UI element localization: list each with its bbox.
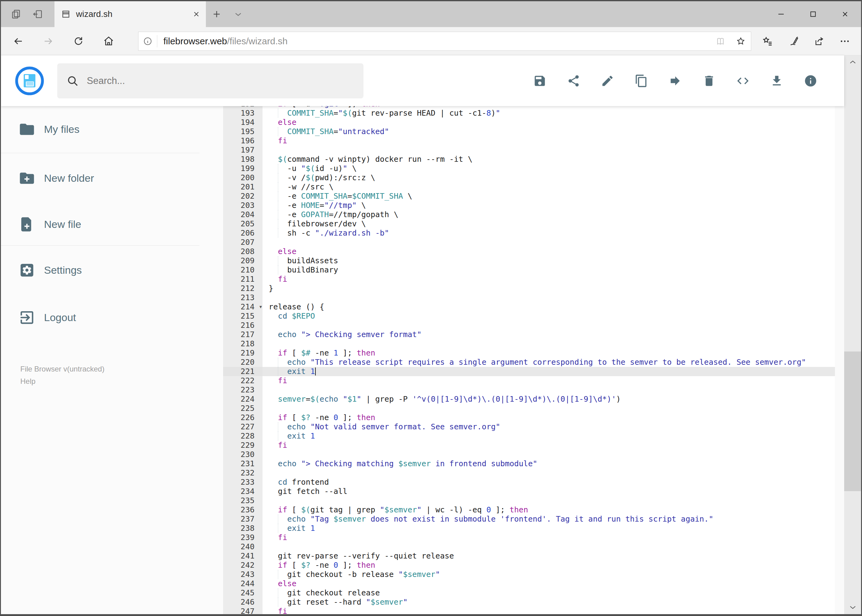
code-line[interactable]: 244 else bbox=[223, 579, 835, 588]
code-line[interactable]: 239 fi bbox=[223, 533, 835, 542]
code-line[interactable]: 233 cd frontend bbox=[223, 478, 835, 487]
back-button[interactable] bbox=[9, 32, 27, 50]
code-line[interactable]: 245 git checkout release bbox=[223, 588, 835, 597]
copy-button[interactable] bbox=[634, 74, 648, 88]
scrollbar-thumb[interactable] bbox=[844, 352, 861, 491]
search-input[interactable] bbox=[86, 75, 364, 87]
code-line[interactable]: 238 exit 1 bbox=[223, 524, 835, 533]
edit-button[interactable] bbox=[600, 74, 615, 88]
move-button[interactable] bbox=[668, 74, 682, 88]
code-line[interactable]: 223 bbox=[223, 385, 835, 394]
code-line[interactable]: 210 buildBinary bbox=[223, 266, 835, 275]
code-line[interactable]: 243 git checkout -b release "$semver" bbox=[223, 570, 835, 579]
code-line[interactable]: 215 cd $REPO bbox=[223, 311, 835, 321]
help-link[interactable]: Help bbox=[20, 375, 223, 388]
sidebar-item-new-file[interactable]: New file bbox=[1, 214, 223, 234]
code-line[interactable]: 219 if [ $# -ne 1 ]; then bbox=[223, 349, 835, 358]
close-button[interactable] bbox=[829, 1, 861, 27]
code-line[interactable]: 205 filebrowser/dev \ bbox=[223, 219, 835, 228]
code-line[interactable]: 247 fi bbox=[223, 607, 835, 614]
code-line[interactable]: 227 echo "Not valid semver format. See s… bbox=[223, 422, 835, 432]
code-line[interactable]: 226 if [ $? -ne 0 ]; then bbox=[223, 413, 835, 422]
code-line[interactable]: 235 bbox=[223, 496, 835, 505]
url-text[interactable]: filebrowser.web/files/wizard.sh bbox=[157, 36, 710, 46]
code-line[interactable]: 198 $(command -v winpty) docker run --rm… bbox=[223, 155, 835, 164]
code-line[interactable]: 196 fi bbox=[223, 136, 835, 146]
code-line[interactable]: 246 git reset --hard "$semver" bbox=[223, 597, 835, 607]
code-line[interactable]: 213 bbox=[223, 293, 835, 302]
fold-marker-icon[interactable]: ▾ bbox=[259, 302, 262, 311]
code-line[interactable]: 209 buildAssets bbox=[223, 256, 835, 266]
scroll-up-icon[interactable] bbox=[844, 55, 861, 69]
code-line[interactable]: 234 git fetch --all bbox=[223, 487, 835, 496]
code-line[interactable]: 203 -e HOME="//tmp" \ bbox=[223, 201, 835, 210]
code-line[interactable]: 194 else bbox=[223, 118, 835, 127]
tab-preview-icon[interactable] bbox=[5, 1, 27, 27]
minimize-button[interactable] bbox=[765, 1, 797, 27]
sidebar-item-my-files[interactable]: My files bbox=[1, 119, 223, 139]
filebrowser-logo-icon[interactable] bbox=[15, 66, 44, 96]
add-favorite-star-icon[interactable] bbox=[731, 36, 751, 46]
code-line[interactable]: 193 COMMIT_SHA="$(git rev-parse HEAD | c… bbox=[223, 108, 835, 118]
code-line[interactable]: 236 if [ $(git tag | grep "$semver" | wc… bbox=[223, 505, 835, 514]
code-line[interactable]: 214▾release () { bbox=[223, 302, 835, 311]
new-tab-button[interactable] bbox=[206, 1, 227, 27]
code-line[interactable]: 225 bbox=[223, 404, 835, 413]
maximize-button[interactable] bbox=[797, 1, 829, 27]
code-line[interactable]: 216 bbox=[223, 321, 835, 330]
download-button[interactable] bbox=[770, 74, 784, 88]
reading-view-icon[interactable] bbox=[710, 36, 731, 46]
sidebar-item-settings[interactable]: Settings bbox=[1, 260, 223, 280]
share-button[interactable] bbox=[567, 74, 581, 88]
code-line[interactable]: 231 echo "> Checking matching $semver in… bbox=[223, 459, 835, 468]
code-line[interactable]: 201 -w //src \ bbox=[223, 182, 835, 192]
code-line[interactable]: 206 sh -c "./wizard.sh -b" bbox=[223, 228, 835, 238]
code-line[interactable]: 202 -e COMMIT_SHA=$COMMIT_SHA \ bbox=[223, 192, 835, 201]
tab-close-icon[interactable] bbox=[192, 10, 200, 18]
code-line[interactable]: 240 bbox=[223, 542, 835, 552]
code-line[interactable]: 242 if [ $? -ne 0 ]; then bbox=[223, 561, 835, 570]
code-editor[interactable]: 192 if [ -d ".git" ]; then193 COMMIT_SHA… bbox=[223, 106, 835, 614]
forward-button[interactable] bbox=[39, 32, 58, 50]
delete-button[interactable] bbox=[702, 74, 716, 88]
address-bar[interactable]: filebrowser.web/files/wizard.sh bbox=[138, 32, 751, 51]
code-line[interactable]: 220 echo "This release script requires a… bbox=[223, 358, 835, 367]
code-line[interactable]: 229 fi bbox=[223, 441, 835, 450]
code-line[interactable]: 228 exit 1 bbox=[223, 432, 835, 441]
page-scrollbar[interactable] bbox=[844, 55, 861, 614]
code-line[interactable]: 212} bbox=[223, 284, 835, 293]
code-line[interactable]: 224 semver=$(echo "$1" | grep -P '^v(0|[… bbox=[223, 394, 835, 404]
code-line[interactable]: 222 fi bbox=[223, 376, 835, 385]
code-line[interactable]: 207 bbox=[223, 238, 835, 247]
favorites-hub-icon[interactable] bbox=[758, 32, 777, 50]
home-button[interactable] bbox=[99, 32, 118, 50]
annotate-pen-icon[interactable] bbox=[784, 32, 803, 50]
tabs-set-aside-icon[interactable] bbox=[27, 1, 48, 27]
code-line[interactable]: 211 fi bbox=[223, 275, 835, 284]
code-line[interactable]: 217 echo "> Checking semver format" bbox=[223, 330, 835, 339]
sidebar-item-logout[interactable]: Logout bbox=[1, 307, 223, 327]
code-line[interactable]: 241 git rev-parse --verify --quiet relea… bbox=[223, 552, 835, 561]
code-line[interactable]: 199 -u "$(id -u)" \ bbox=[223, 164, 835, 173]
code-line[interactable]: 200 -v /$(pwd):/src:z \ bbox=[223, 173, 835, 182]
code-line[interactable]: 230 bbox=[223, 450, 835, 459]
code-line[interactable]: 204 -e GOPATH=//tmp/gopath \ bbox=[223, 210, 835, 219]
browser-tab[interactable]: wizard.sh bbox=[55, 1, 206, 27]
more-options-icon[interactable] bbox=[835, 32, 854, 50]
code-line[interactable]: 208 else bbox=[223, 247, 835, 256]
refresh-button[interactable] bbox=[69, 32, 88, 50]
code-line[interactable]: 197 bbox=[223, 146, 835, 155]
save-button[interactable] bbox=[533, 74, 547, 88]
code-line[interactable]: 218 bbox=[223, 339, 835, 349]
code-line[interactable]: 232 bbox=[223, 468, 835, 478]
code-line[interactable]: 195 COMMIT_SHA="untracked" bbox=[223, 127, 835, 136]
code-line[interactable]: 237 echo "Tag $semver does not exist in … bbox=[223, 514, 835, 524]
code-line[interactable]: 192 if [ -d ".git" ]; then bbox=[223, 106, 835, 108]
tab-list-chevron-icon[interactable] bbox=[227, 1, 249, 27]
sidebar-item-new-folder[interactable]: New folder bbox=[1, 168, 223, 188]
scroll-down-icon[interactable] bbox=[844, 600, 861, 614]
share-icon[interactable] bbox=[810, 32, 828, 50]
code-line[interactable]: 221 exit 1 bbox=[223, 367, 835, 376]
code-button[interactable] bbox=[736, 74, 750, 88]
info-button[interactable] bbox=[804, 74, 818, 88]
